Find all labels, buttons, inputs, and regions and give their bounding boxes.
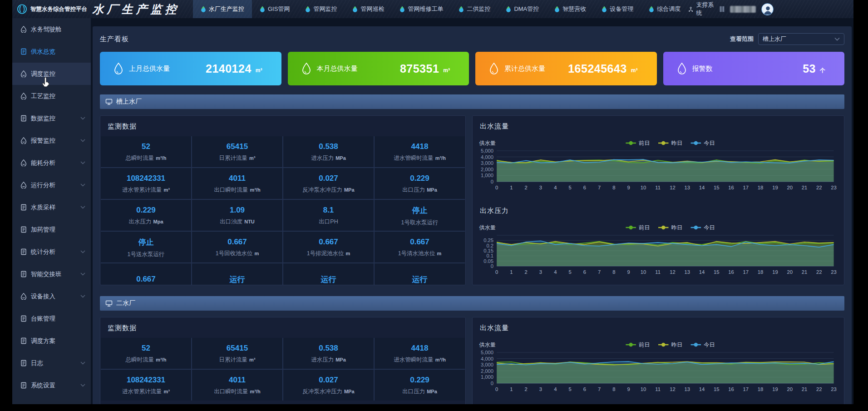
metric-cell: 4418进水管瞬时流量m³/h <box>375 136 465 167</box>
chevron-down-icon <box>80 295 85 298</box>
svg-text:7: 7 <box>598 386 601 392</box>
svg-text:16: 16 <box>728 386 734 392</box>
svg-text:4: 4 <box>554 185 557 190</box>
sidebar-item[interactable]: 水质采样 <box>12 196 91 218</box>
svg-text:今日: 今日 <box>704 224 715 231</box>
sidebar-item[interactable]: 工艺监控 <box>12 85 91 107</box>
svg-text:17: 17 <box>743 386 749 392</box>
metric-cell: 0.229出口压力MPa <box>375 168 465 199</box>
sidebar-item[interactable]: 能耗分析 <box>12 152 91 174</box>
metric-label: 总瞬时流量m³/h <box>126 154 167 162</box>
metric-label: 进水管累计流量m³ <box>122 388 170 396</box>
avatar[interactable] <box>761 3 774 15</box>
metric-label: 出口压力MPa <box>402 388 437 396</box>
stat-card-unit: m³ <box>443 67 450 74</box>
sidebar-item[interactable]: 系统设置 <box>12 374 91 396</box>
plant-section: 槽上水厂监测数据52总瞬时流量m³/h65415日累计流量m³0.538进水压力… <box>100 94 844 285</box>
sidebar-item[interactable]: 日志 <box>12 352 91 374</box>
nav-item-support-system[interactable]: 支撑系统 <box>688 1 714 17</box>
topbar-right: 支撑系统 <box>688 1 853 17</box>
svg-text:11: 11 <box>655 269 661 275</box>
svg-text:22: 22 <box>816 185 822 190</box>
svg-text:3: 3 <box>539 386 542 392</box>
sidebar-item[interactable]: 水务驾驶舱 <box>12 18 91 40</box>
svg-text:1,000: 1,000 <box>481 375 493 380</box>
metric-unit: MPa <box>427 187 437 193</box>
metric-value: 8.1 <box>323 206 334 215</box>
sidebar-item[interactable]: 调度监控 <box>12 63 91 85</box>
metric-label: 反冲泵水冲压力MPa <box>302 388 354 396</box>
svg-text:15: 15 <box>714 185 719 190</box>
nav-item[interactable]: DMA管控 <box>498 0 547 18</box>
sidebar-item[interactable]: 运行分析 <box>12 174 91 196</box>
sidebar-item[interactable]: 调度方案 <box>12 330 91 352</box>
metric-value: 4011 <box>229 376 246 385</box>
svg-text:13: 13 <box>685 386 690 392</box>
metric-label: 出口瞬时流量m³/h <box>214 186 260 194</box>
document-icon <box>20 226 27 233</box>
nav-item[interactable]: 二供监控 <box>451 0 498 18</box>
metric-cell: 4011出口瞬时流量m³/h <box>192 370 282 401</box>
svg-text:8: 8 <box>612 386 615 392</box>
sidebar-item[interactable]: 加药管理 <box>12 218 91 241</box>
svg-text:4: 4 <box>554 269 557 275</box>
svg-text:21: 21 <box>802 386 807 392</box>
sidebar-item-label: 水质采样 <box>31 203 55 212</box>
svg-text:2: 2 <box>525 269 528 275</box>
metric-cell: 停止1号送水泵运行 <box>101 232 191 262</box>
metric-value: 0.538 <box>319 142 338 151</box>
metric-unit: m³/h <box>435 357 446 362</box>
metric-value: 0.229 <box>136 206 156 215</box>
svg-text:前日: 前日 <box>639 342 650 348</box>
svg-text:5: 5 <box>568 386 571 392</box>
sidebar-item-label: 系统设置 <box>31 381 55 390</box>
svg-text:12: 12 <box>670 269 675 275</box>
sidebar-item[interactable]: 台账管理 <box>12 307 91 330</box>
svg-text:22: 22 <box>816 386 822 392</box>
board-header: 生产看板 查看范围 槽上水厂 <box>100 26 844 52</box>
sidebar-item[interactable]: 智能交接班 <box>12 263 91 285</box>
sidebar-item-label: 能耗分析 <box>31 159 55 167</box>
metric-cell: 4418进水管瞬时流量m³/h <box>375 338 465 369</box>
plant-section-body: 监测数据52总瞬时流量m³/h65415日累计流量m³0.538进水压力MPa4… <box>100 115 844 285</box>
scope-label: 查看范围 <box>730 35 754 43</box>
svg-text:23: 23 <box>831 386 836 392</box>
board-title: 生产看板 <box>100 35 129 44</box>
svg-text:20: 20 <box>787 185 792 190</box>
svg-text:4,000: 4,000 <box>481 356 493 361</box>
user-icon <box>762 4 774 15</box>
metric-label: 1号清水池水位m <box>398 250 442 257</box>
nav-item[interactable]: 综合调度 <box>641 0 688 18</box>
metric-unit: m <box>437 251 442 256</box>
svg-text:3: 3 <box>539 185 542 190</box>
user-name-redacted <box>730 6 756 13</box>
support-system-icon <box>688 6 693 13</box>
water-drop-icon <box>459 6 464 12</box>
svg-text:12: 12 <box>670 386 675 392</box>
water-drop-icon <box>20 70 27 77</box>
sidebar-item[interactable]: 设备接入 <box>12 285 91 307</box>
stat-card-value: 165245643 <box>568 62 627 75</box>
nav-item[interactable]: 管网巡检 <box>345 0 392 18</box>
metric-label: 出口浊度NTU <box>220 218 255 226</box>
sidebar-item[interactable]: 供水总览 <box>12 40 91 63</box>
sidebar-item[interactable]: 报警监控 <box>12 129 91 152</box>
nav-item[interactable]: 智慧营收 <box>547 0 594 18</box>
svg-text:4: 4 <box>554 386 557 392</box>
nav-item[interactable]: 水厂生产监控 <box>193 0 252 18</box>
nav-item[interactable]: 设备管理 <box>594 0 641 18</box>
water-drop-icon <box>201 6 206 12</box>
nav-item-label: 智慧营收 <box>562 5 586 13</box>
metric-label: 进水管瞬时流量m³/h <box>394 356 446 364</box>
svg-text:0.25: 0.25 <box>483 238 493 243</box>
metric-label: 总瞬时流量m³/h <box>126 356 167 364</box>
sidebar-item[interactable]: 统计分析 <box>12 241 91 263</box>
nav-item[interactable]: 管网监控 <box>297 0 345 18</box>
charts-panel: 出水流量供水量前日昨日今日01,0002,0003,0004,0005,0000… <box>472 115 844 285</box>
top-nav: 水厂生产监控 GIS管网 管网监控 管网巡检 管网维修工单 二供监控 DMA管控… <box>193 0 688 18</box>
nav-item[interactable]: 管网维修工单 <box>392 0 451 18</box>
plant-scope-select[interactable]: 槽上水厂 <box>758 33 844 45</box>
sidebar-item[interactable]: 数据监控 <box>12 107 91 129</box>
metric-value: 65415 <box>227 142 248 151</box>
nav-item[interactable]: GIS管网 <box>252 0 297 18</box>
